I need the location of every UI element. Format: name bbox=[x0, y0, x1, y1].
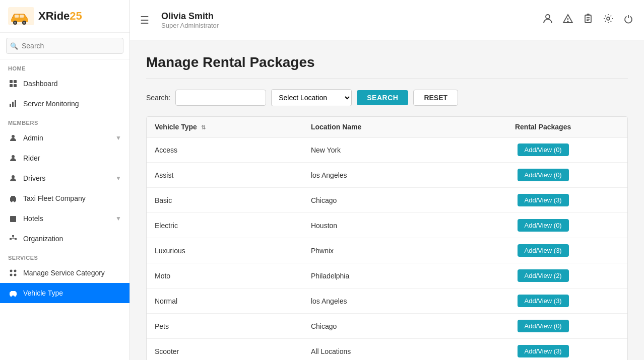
sidebar-item-hotels[interactable]: Hotels ▼ bbox=[0, 208, 130, 229]
addview-button[interactable]: Add/View (3) bbox=[518, 194, 569, 206]
addview-button[interactable]: Add/View (3) bbox=[518, 345, 569, 357]
logo-icon bbox=[8, 7, 34, 25]
svg-rect-8 bbox=[10, 80, 13, 83]
svg-point-20 bbox=[11, 201, 13, 202]
organization-icon bbox=[8, 234, 18, 244]
sidebar-item-drivers[interactable]: Drivers ▼ bbox=[0, 168, 130, 188]
sidebar-search-input[interactable] bbox=[6, 38, 123, 54]
addview-button[interactable]: Add/View (0) bbox=[518, 169, 569, 181]
bar-chart-icon bbox=[8, 99, 18, 109]
sidebar-item-taxi-fleet[interactable]: Taxi Fleet Company bbox=[0, 188, 130, 208]
sidebar-item-server-monitoring[interactable]: Server Monitoring bbox=[0, 94, 130, 114]
topbar-user-role: Super Administrator bbox=[161, 22, 536, 29]
cell-rental-packages: Add/View (3) bbox=[459, 188, 627, 213]
table-body: Access New York Add/View (0) Assist los … bbox=[147, 137, 627, 361]
cell-vehicle-type: Basic bbox=[147, 188, 303, 213]
cell-rental-packages: Add/View (0) bbox=[459, 314, 627, 339]
sidebar-taxi-fleet-label: Taxi Fleet Company bbox=[23, 194, 121, 202]
svg-rect-36 bbox=[11, 291, 16, 293]
svg-point-41 bbox=[567, 21, 568, 22]
sidebar-item-dashboard[interactable]: Dashboard bbox=[0, 74, 130, 94]
addview-button[interactable]: Add/View (2) bbox=[518, 269, 569, 282]
svg-rect-12 bbox=[10, 104, 11, 107]
cell-location-name: Chicago bbox=[303, 314, 459, 339]
cell-location-name: los Angeles bbox=[303, 163, 459, 188]
drivers-chevron-icon: ▼ bbox=[115, 175, 121, 182]
addview-button[interactable]: Add/View (0) bbox=[518, 143, 569, 156]
power-icon[interactable] bbox=[623, 13, 634, 27]
sidebar-server-monitoring-label: Server Monitoring bbox=[23, 100, 121, 108]
rider-icon bbox=[8, 153, 18, 163]
svg-rect-9 bbox=[14, 80, 17, 83]
page-content: Manage Rental Packages Search: Select Lo… bbox=[130, 40, 644, 360]
sidebar-item-rider[interactable]: Rider bbox=[0, 148, 130, 168]
location-select[interactable]: Select Location New York Los Angeles Chi… bbox=[271, 89, 352, 106]
cell-rental-packages: Add/View (3) bbox=[459, 289, 627, 314]
addview-button[interactable]: Add/View (3) bbox=[518, 295, 569, 307]
cell-vehicle-type: Luxurious bbox=[147, 238, 303, 263]
cell-vehicle-type: Electric bbox=[147, 213, 303, 238]
settings-icon[interactable] bbox=[603, 13, 614, 27]
cell-location-name: Chicago bbox=[303, 188, 459, 213]
search-label: Search: bbox=[146, 94, 170, 102]
sidebar-hotels-label: Hotels bbox=[23, 214, 110, 223]
sidebar-admin-label: Admin bbox=[23, 134, 110, 142]
cell-rental-packages: Add/View (0) bbox=[459, 213, 627, 238]
svg-point-38 bbox=[14, 295, 16, 297]
svg-point-37 bbox=[10, 295, 12, 297]
cell-rental-packages: Add/View (0) bbox=[459, 137, 627, 163]
cell-location-name: New York bbox=[303, 137, 459, 163]
sidebar-section-home: HOME bbox=[0, 59, 130, 74]
cell-location-name: Philadelphia bbox=[303, 263, 459, 289]
logo-text: XRide25 bbox=[38, 10, 82, 23]
sidebar-item-manage-service-category[interactable]: Manage Service Category bbox=[0, 263, 130, 283]
alert-icon[interactable] bbox=[562, 13, 573, 27]
cell-location-name: All Locations bbox=[303, 339, 459, 361]
sidebar-section-services: SERVICES bbox=[0, 249, 130, 263]
search-bar: Search: Select Location New York Los Ang… bbox=[146, 89, 628, 106]
sidebar-organization-label: Organization bbox=[23, 235, 121, 243]
reset-button[interactable]: RESET bbox=[413, 90, 458, 106]
table-row: Moto Philadelphia Add/View (2) bbox=[147, 263, 627, 289]
table-row: Pets Chicago Add/View (0) bbox=[147, 314, 627, 339]
sidebar-item-admin[interactable]: Admin ▼ bbox=[0, 128, 130, 148]
clipboard-icon[interactable] bbox=[583, 13, 594, 27]
cell-rental-packages: Add/View (3) bbox=[459, 339, 627, 361]
user-profile-icon[interactable] bbox=[542, 13, 553, 27]
cell-vehicle-type: Scooter bbox=[147, 339, 303, 361]
admin-chevron-icon: ▼ bbox=[115, 134, 121, 141]
svg-point-46 bbox=[607, 17, 610, 20]
sidebar-manage-service-label: Manage Service Category bbox=[23, 269, 121, 277]
cell-location-name: Phwnix bbox=[303, 238, 459, 263]
svg-point-17 bbox=[12, 175, 15, 178]
sidebar-logo: XRide25 bbox=[0, 0, 130, 33]
sidebar-vehicle-type-label: Vehicle Type bbox=[23, 289, 121, 297]
menu-button[interactable]: ☰ bbox=[140, 14, 149, 26]
addview-button[interactable]: Add/View (0) bbox=[518, 320, 569, 332]
table-row: Scooter All Locations Add/View (3) bbox=[147, 339, 627, 361]
topbar-user-info: Olivia Smith Super Administrator bbox=[161, 11, 536, 29]
svg-point-15 bbox=[12, 135, 15, 138]
svg-rect-11 bbox=[14, 84, 17, 87]
hotels-chevron-icon: ▼ bbox=[115, 215, 121, 222]
svg-point-34 bbox=[14, 274, 17, 276]
table-header-row: Vehicle Type ⇅ Location Name Rental Pack… bbox=[147, 117, 627, 137]
table-row: Assist los Angeles Add/View (0) bbox=[147, 163, 627, 188]
col-vehicle-type: Vehicle Type ⇅ bbox=[147, 117, 303, 137]
sidebar-item-organization[interactable]: Organization bbox=[0, 229, 130, 249]
cell-location-name: los Angeles bbox=[303, 289, 459, 314]
col-location-name: Location Name bbox=[303, 117, 459, 137]
svg-rect-7 bbox=[20, 15, 24, 18]
table-row: Luxurious Phwnix Add/View (3) bbox=[147, 238, 627, 263]
svg-rect-19 bbox=[11, 196, 15, 198]
search-button[interactable]: SEARCH bbox=[357, 90, 408, 105]
addview-button[interactable]: Add/View (0) bbox=[518, 219, 569, 232]
taxi-fleet-icon bbox=[8, 193, 18, 203]
sidebar-item-vehicle-type[interactable]: Vehicle Type bbox=[0, 283, 130, 303]
service-category-icon bbox=[8, 268, 18, 278]
sort-icon[interactable]: ⇅ bbox=[201, 124, 206, 130]
main-container: ☰ Olivia Smith Super Administrator Mana bbox=[130, 0, 644, 360]
topbar-user-name: Olivia Smith bbox=[161, 11, 536, 22]
addview-button[interactable]: Add/View (3) bbox=[518, 244, 569, 257]
search-input[interactable] bbox=[175, 90, 266, 106]
